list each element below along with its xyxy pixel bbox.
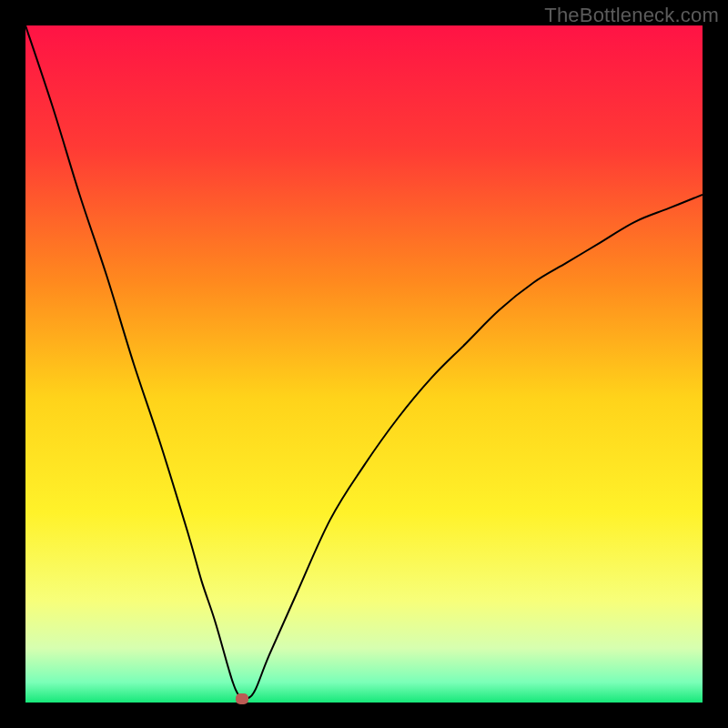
watermark-text: TheBottleneck.com: [544, 4, 719, 27]
chart-plot-area: [25, 25, 703, 703]
minimum-marker: [236, 693, 248, 704]
chart-frame: TheBottleneck.com: [0, 0, 728, 728]
